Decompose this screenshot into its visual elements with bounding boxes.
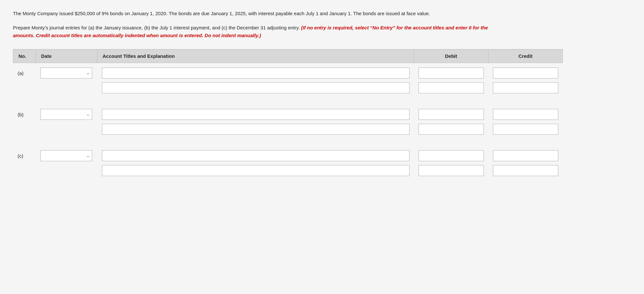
date-select-a[interactable]: [40, 68, 92, 79]
table-row: [13, 80, 563, 98]
table-row: [13, 122, 563, 139]
account-input-a2[interactable]: [102, 82, 409, 93]
empty-date-b2: [36, 122, 97, 139]
account-input-b2[interactable]: [102, 124, 409, 135]
credit-input-a2[interactable]: [493, 82, 558, 93]
account-cell-a2[interactable]: [97, 80, 414, 98]
date-cell-a: ⌄: [36, 63, 97, 81]
empty-date-c2: [36, 163, 97, 181]
table-row: (b) ⌄: [13, 104, 563, 122]
empty-label-b2: [13, 122, 36, 139]
empty-label-a2: [13, 80, 36, 98]
row-label-c: (c): [13, 146, 36, 163]
row-label-a: (a): [13, 63, 36, 81]
credit-cell-b1[interactable]: [488, 104, 563, 122]
account-cell-c2[interactable]: [97, 163, 414, 181]
date-select-wrapper-b[interactable]: ⌄: [40, 109, 92, 120]
header-debit: Debit: [414, 49, 488, 63]
table-header-row: No. Date Account Titles and Explanation …: [13, 49, 563, 63]
date-select-c[interactable]: [40, 150, 92, 161]
credit-input-a1[interactable]: [493, 68, 558, 79]
debit-cell-b2[interactable]: [414, 122, 488, 139]
credit-cell-c2[interactable]: [488, 163, 563, 181]
problem-text: The Monty Company issued $250,000 of 9% …: [13, 10, 498, 17]
empty-date-a2: [36, 80, 97, 98]
debit-input-b1[interactable]: [419, 109, 484, 120]
credit-input-c1[interactable]: [493, 150, 558, 161]
debit-cell-c2[interactable]: [414, 163, 488, 181]
header-date: Date: [36, 49, 97, 63]
account-input-c1[interactable]: [102, 150, 409, 161]
debit-input-c1[interactable]: [419, 150, 484, 161]
credit-cell-a2[interactable]: [488, 80, 563, 98]
header-no: No.: [13, 49, 36, 63]
date-cell-c: ⌄: [36, 146, 97, 163]
debit-cell-c1[interactable]: [414, 146, 488, 163]
spacer-ab: [13, 98, 563, 104]
date-cell-b: ⌄: [36, 104, 97, 122]
credit-cell-c1[interactable]: [488, 146, 563, 163]
credit-cell-b2[interactable]: [488, 122, 563, 139]
debit-input-b2[interactable]: [419, 124, 484, 135]
date-select-b[interactable]: [40, 109, 92, 120]
debit-input-a2[interactable]: [419, 82, 484, 93]
account-input-a1[interactable]: [102, 68, 409, 79]
account-cell-a1[interactable]: [97, 63, 414, 81]
credit-input-c2[interactable]: [493, 165, 558, 176]
debit-cell-a2[interactable]: [414, 80, 488, 98]
debit-cell-b1[interactable]: [414, 104, 488, 122]
journal-table: No. Date Account Titles and Explanation …: [13, 49, 563, 181]
date-select-wrapper-a[interactable]: ⌄: [40, 68, 92, 79]
empty-label-c2: [13, 163, 36, 181]
header-credit: Credit: [488, 49, 563, 63]
header-account: Account Titles and Explanation: [97, 49, 414, 63]
account-input-b1[interactable]: [102, 109, 409, 120]
account-cell-c1[interactable]: [97, 146, 414, 163]
date-select-wrapper-c[interactable]: ⌄: [40, 150, 92, 161]
problem-statement: The Monty Company issued $250,000 of 9% …: [13, 11, 430, 16]
table-row: (a) ⌄: [13, 63, 563, 81]
account-cell-b2[interactable]: [97, 122, 414, 139]
instruction-text: Prepare Monty’s journal entries for (a) …: [13, 24, 498, 39]
table-row: (c) ⌄: [13, 146, 563, 163]
debit-input-a1[interactable]: [419, 68, 484, 79]
account-cell-b1[interactable]: [97, 104, 414, 122]
debit-input-c2[interactable]: [419, 165, 484, 176]
credit-cell-a1[interactable]: [488, 63, 563, 81]
instruction-main: Prepare Monty’s journal entries for (a) …: [13, 25, 300, 30]
table-row: [13, 163, 563, 181]
spacer-bc: [13, 139, 563, 146]
row-label-b: (b): [13, 104, 36, 122]
credit-input-b2[interactable]: [493, 124, 558, 135]
account-input-c2[interactable]: [102, 165, 409, 176]
debit-cell-a1[interactable]: [414, 63, 488, 81]
credit-input-b1[interactable]: [493, 109, 558, 120]
